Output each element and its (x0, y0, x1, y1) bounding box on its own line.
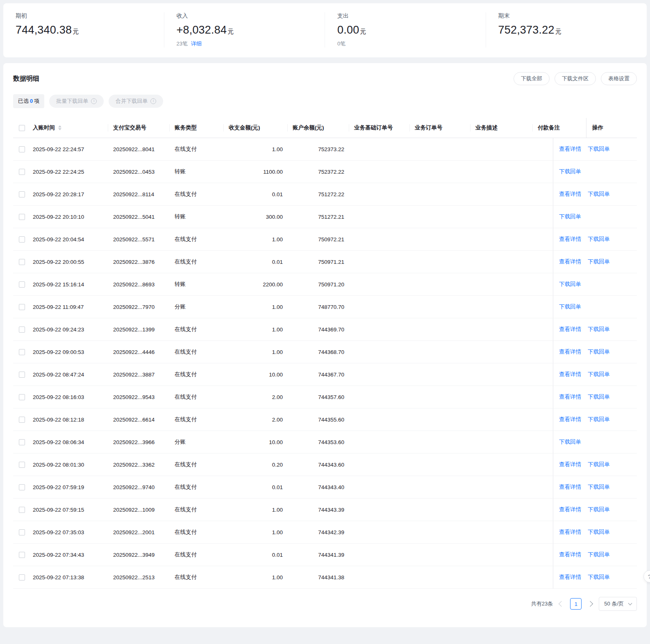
summary-value-row: 744,340.38元 (16, 24, 154, 36)
summary-detail-link[interactable]: 详细 (191, 40, 202, 48)
download-receipt-link[interactable]: 下载回单 (559, 439, 581, 445)
download-receipt-link[interactable]: 下载回单 (588, 506, 610, 512)
view-details-link[interactable]: 查看详情 (559, 551, 581, 558)
table-row: 2025-09-22 07:59:19 20250922...9740 在线支付… (13, 476, 637, 499)
row-checkbox[interactable] (19, 439, 25, 445)
download-receipt-link[interactable]: 下载回单 (588, 394, 610, 400)
row-checkbox[interactable] (19, 394, 25, 400)
download-receipt-link[interactable]: 下载回单 (588, 371, 610, 377)
cell-balance: 751272.22 (288, 183, 349, 206)
cell-actions: 查看详情下载回单 (553, 251, 637, 273)
col-header-amount: 收支金额(元) (224, 118, 288, 138)
view-details-link[interactable]: 查看详情 (559, 394, 581, 400)
download-receipt-link[interactable]: 下载回单 (588, 349, 610, 355)
download-all-button[interactable]: 下载全部 (514, 72, 550, 85)
view-details-link[interactable]: 查看详情 (559, 416, 581, 422)
cell-actions: 查看详情下载回单 (553, 228, 637, 251)
cell-desc (470, 521, 533, 544)
download-receipt-link[interactable]: 下载回单 (588, 416, 610, 422)
download-receipt-link[interactable]: 下载回单 (588, 191, 610, 197)
cell-type: 转账 (170, 161, 224, 183)
row-checkbox[interactable] (19, 574, 25, 581)
view-details-link[interactable]: 查看详情 (559, 191, 581, 197)
row-checkbox[interactable] (19, 304, 25, 310)
row-checkbox[interactable] (19, 214, 25, 220)
cell-amount: 0.20 (224, 454, 288, 476)
row-checkbox-cell (13, 476, 28, 499)
download-receipt-link[interactable]: 下载回单 (559, 304, 581, 310)
download-receipt-link[interactable]: 下载回单 (588, 326, 610, 332)
row-checkbox[interactable] (19, 281, 25, 288)
cell-actions: 下载回单 (553, 296, 637, 318)
cell-time: 2025-09-22 08:12:18 (28, 408, 108, 431)
row-checkbox[interactable] (19, 169, 25, 175)
cell-order-no (410, 363, 470, 386)
cell-time: 2025-09-22 09:00:53 (28, 341, 108, 363)
view-details-link[interactable]: 查看详情 (559, 146, 581, 152)
row-checkbox[interactable] (19, 327, 25, 333)
row-checkbox[interactable] (19, 417, 25, 423)
selected-suffix: 项 (34, 98, 39, 104)
download-receipt-link[interactable]: 下载回单 (588, 484, 610, 490)
row-checkbox[interactable] (19, 146, 25, 152)
cell-type: 在线支付 (170, 228, 224, 251)
cell-time: 2025-09-22 20:04:54 (28, 228, 108, 251)
table-row: 2025-09-22 22:24:25 20250922...0453 转账 1… (13, 161, 637, 183)
view-details-link[interactable]: 查看详情 (559, 574, 581, 580)
row-checkbox[interactable] (19, 236, 25, 243)
next-page-button[interactable] (587, 601, 593, 607)
prev-page-button[interactable] (559, 601, 564, 607)
row-checkbox[interactable] (19, 462, 25, 468)
summary-sub: 0笔 (337, 40, 476, 48)
batch-download-receipts-button[interactable]: 批量下载回单 i (49, 95, 104, 108)
col-header-time[interactable]: 入账时间 (28, 118, 108, 138)
sort-icon[interactable] (58, 125, 61, 130)
table-scroll-area[interactable]: 入账时间 支付宝交易号 账务类型 收支金额(元) 账户余额(元) 业务基础订单号… (13, 118, 637, 589)
row-checkbox[interactable] (19, 507, 25, 513)
pagination-total: 共有23条 (531, 600, 553, 608)
download-receipt-link[interactable]: 下载回单 (588, 236, 610, 242)
view-details-link[interactable]: 查看详情 (559, 529, 581, 535)
table-row: 2025-09-22 11:09:47 20250922...7970 分账 1… (13, 296, 637, 318)
row-checkbox[interactable] (19, 349, 25, 355)
view-details-link[interactable]: 查看详情 (559, 461, 581, 467)
view-details-link[interactable]: 查看详情 (559, 236, 581, 242)
cell-type: 在线支付 (170, 454, 224, 476)
download-receipt-link[interactable]: 下载回单 (588, 551, 610, 558)
row-checkbox[interactable] (19, 191, 25, 197)
download-receipt-link[interactable]: 下载回单 (588, 461, 610, 467)
cell-base-order (349, 544, 410, 566)
cell-type: 在线支付 (170, 544, 224, 566)
select-all-checkbox[interactable] (19, 125, 25, 131)
cell-base-order (349, 161, 410, 183)
row-checkbox[interactable] (19, 372, 25, 378)
row-checkbox[interactable] (19, 259, 25, 265)
download-receipt-link[interactable]: 下载回单 (588, 574, 610, 580)
view-details-link[interactable]: 查看详情 (559, 349, 581, 355)
row-checkbox[interactable] (19, 529, 25, 535)
view-details-link[interactable]: 查看详情 (559, 371, 581, 377)
cell-amount: 2.00 (224, 386, 288, 408)
current-page-button[interactable]: 1 (570, 598, 582, 610)
table-settings-button[interactable]: 表格设置 (601, 72, 637, 85)
view-details-link[interactable]: 查看详情 (559, 506, 581, 512)
download-receipt-link[interactable]: 下载回单 (559, 168, 581, 175)
view-details-link[interactable]: 查看详情 (559, 326, 581, 332)
row-checkbox-cell (13, 251, 28, 273)
download-receipt-link[interactable]: 下载回单 (588, 259, 610, 265)
view-details-link[interactable]: 查看详情 (559, 259, 581, 265)
download-filezone-button[interactable]: 下载文件区 (555, 72, 596, 85)
cell-desc (470, 476, 533, 499)
view-details-link[interactable]: 查看详情 (559, 484, 581, 490)
page-size-select[interactable]: 50 条/页 (599, 597, 637, 611)
download-receipt-link[interactable]: 下载回单 (559, 213, 581, 220)
transactions-table: 入账时间 支付宝交易号 账务类型 收支金额(元) 账户余额(元) 业务基础订单号… (13, 118, 637, 589)
download-receipt-link[interactable]: 下载回单 (559, 281, 581, 287)
download-receipt-link[interactable]: 下载回单 (588, 146, 610, 152)
merge-download-receipts-button[interactable]: 合并下载回单 i (109, 95, 163, 108)
row-checkbox[interactable] (19, 552, 25, 558)
download-receipt-link[interactable]: 下载回单 (588, 529, 610, 535)
cell-desc (470, 386, 533, 408)
cell-base-order (349, 228, 410, 251)
row-checkbox[interactable] (19, 484, 25, 490)
